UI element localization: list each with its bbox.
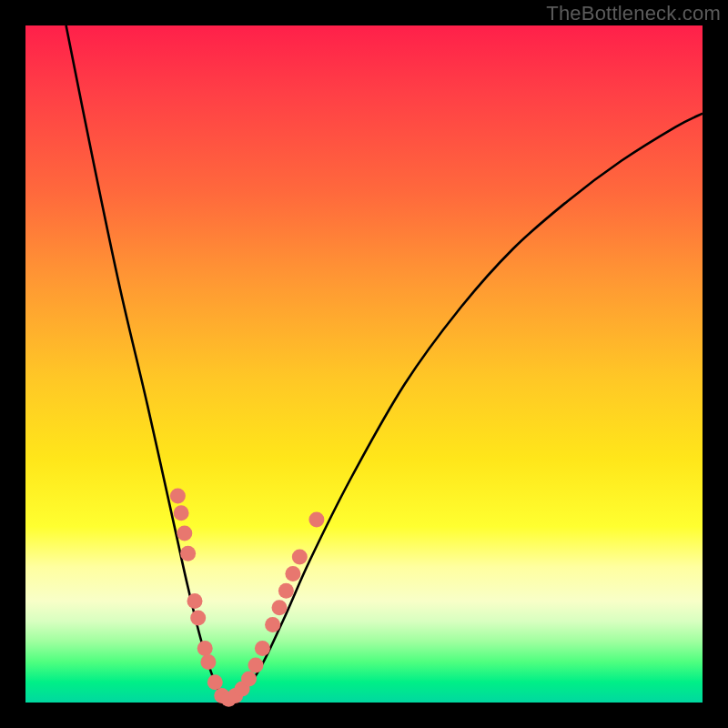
data-point <box>197 641 213 656</box>
curve-layer <box>25 25 703 703</box>
data-point <box>241 672 257 687</box>
bottleneck-curve <box>66 25 703 703</box>
data-point <box>207 674 223 690</box>
watermark-text: TheBottleneck.com <box>546 2 721 25</box>
data-point <box>180 546 196 561</box>
data-point <box>278 583 294 599</box>
data-point <box>248 658 264 673</box>
plot-area <box>25 25 703 703</box>
data-point <box>170 489 186 504</box>
data-point <box>200 654 216 670</box>
data-point <box>187 593 203 609</box>
data-point <box>174 505 189 521</box>
data-point <box>292 550 308 565</box>
data-point <box>177 526 192 541</box>
data-point <box>272 600 288 615</box>
data-point <box>255 641 270 656</box>
data-point <box>190 611 206 626</box>
scatter-points <box>170 489 325 707</box>
data-point <box>285 566 300 581</box>
chart-frame: TheBottleneck.com <box>0 0 728 728</box>
data-point <box>308 512 324 528</box>
data-point <box>265 617 280 632</box>
